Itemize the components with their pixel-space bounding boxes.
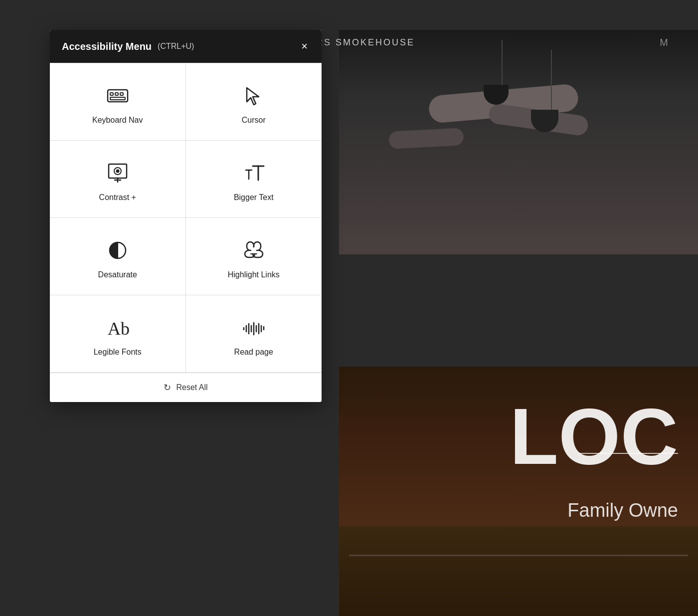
desaturate-label: Desaturate xyxy=(98,270,137,279)
bigger-text-option[interactable]: Bigger Text xyxy=(186,141,322,218)
ceiling-background xyxy=(339,30,698,254)
desaturate-option[interactable]: Desaturate xyxy=(50,218,186,295)
svg-rect-3 xyxy=(120,93,123,95)
highlight-links-icon xyxy=(241,237,267,263)
legible-fonts-label: Legible Fonts xyxy=(94,348,142,357)
svg-rect-4 xyxy=(110,97,125,100)
cursor-label: Cursor xyxy=(242,116,266,125)
highlight-links-option[interactable]: Highlight Links xyxy=(186,218,322,295)
pendant-light-1 xyxy=(544,50,558,132)
svg-text:Ab: Ab xyxy=(108,319,130,339)
keyboard-nav-label: Keyboard Nav xyxy=(92,116,143,125)
cursor-icon xyxy=(241,83,267,109)
keyboard-nav-option[interactable]: Keyboard Nav xyxy=(50,63,186,141)
bigger-text-label: Bigger Text xyxy=(234,193,274,202)
heading-divider xyxy=(578,453,678,454)
contrast-label: Contrast + xyxy=(99,193,136,202)
legible-fonts-icon: Ab xyxy=(105,315,131,341)
highlight-links-label: Highlight Links xyxy=(228,270,280,279)
modal-shortcut: (CTRL+U) xyxy=(158,42,194,51)
reset-all-button[interactable]: ↻ Reset All xyxy=(50,373,322,402)
contrast-icon xyxy=(105,160,131,186)
pendant-light-2 xyxy=(495,40,509,105)
legible-fonts-option[interactable]: Ab Legible Fonts xyxy=(50,295,186,373)
accessibility-menu-modal: Accessibility Menu (CTRL+U) × Keyboard N… xyxy=(50,30,322,402)
menu-icon[interactable]: M xyxy=(660,37,668,48)
bigger-text-icon xyxy=(241,160,267,186)
read-page-option[interactable]: Read page xyxy=(186,295,322,373)
svg-rect-1 xyxy=(110,93,113,95)
loc-heading: LOC xyxy=(510,397,678,476)
reset-label: Reset All xyxy=(176,383,207,392)
read-page-icon xyxy=(241,315,267,341)
desaturate-icon xyxy=(105,237,131,263)
modal-title: Accessibility Menu xyxy=(62,41,152,52)
contrast-option[interactable]: Contrast + xyxy=(50,141,186,218)
family-text: Family Owne xyxy=(567,500,678,521)
reset-icon: ↻ xyxy=(164,382,171,393)
svg-point-7 xyxy=(116,170,119,173)
modal-header-left: Accessibility Menu (CTRL+U) xyxy=(62,41,194,52)
read-page-label: Read page xyxy=(234,348,273,357)
svg-rect-2 xyxy=(115,93,118,95)
cursor-option[interactable]: Cursor xyxy=(186,63,322,141)
modal-close-button[interactable]: × xyxy=(299,39,310,54)
keyboard-nav-icon xyxy=(105,83,131,109)
options-grid: Keyboard Nav Cursor Contra xyxy=(50,63,322,373)
modal-header: Accessibility Menu (CTRL+U) × xyxy=(50,30,322,63)
